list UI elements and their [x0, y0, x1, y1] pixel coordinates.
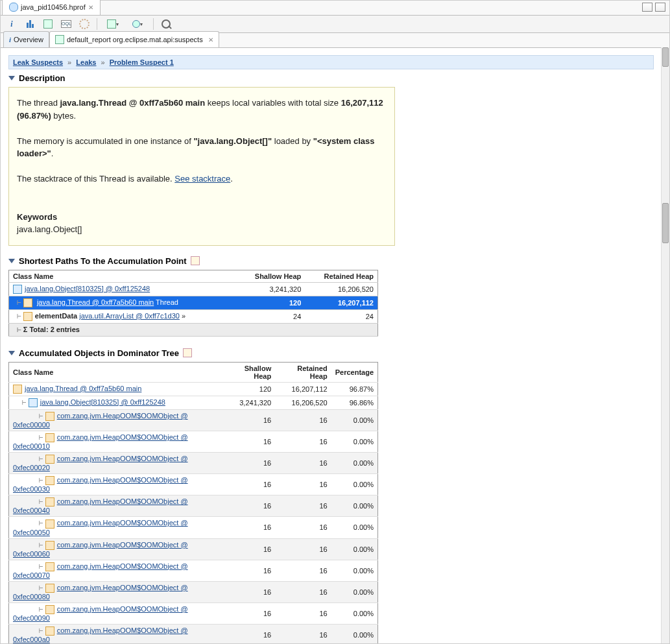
shallow-heap: 120 — [237, 296, 305, 309]
keywords-value: java.lang.Object[] — [17, 223, 387, 236]
shallow-heap: 16 — [222, 581, 275, 602]
twistie-icon — [8, 259, 15, 263]
shallow-heap: 16 — [222, 474, 275, 495]
table-row[interactable]: ⊢ com.zang.jvm.HeapOOM$OOMObject @ 0xfec… — [9, 538, 378, 560]
object-icon — [45, 497, 54, 507]
percentage: 0.00% — [331, 624, 378, 643]
col-shallow[interactable]: Shallow Heap — [237, 270, 305, 282]
total-row: ⊢ Σ Total: 2 entries — [9, 323, 378, 336]
table-row[interactable]: ⊢ com.zang.jvm.HeapOOM$OOMObject @ 0xfec… — [9, 517, 378, 538]
bar-chart-icon[interactable] — [24, 18, 36, 30]
section-title: Description — [19, 73, 66, 83]
section-title: Shortest Paths To the Accumulation Point — [19, 256, 187, 266]
dominator-tree-table: Class Name Shallow Heap Retained Heap Pe… — [8, 362, 378, 643]
col-retained[interactable]: Retained Heap — [305, 270, 377, 282]
editor-tab[interactable]: java_pid10456.hprof ✕ — [2, 0, 101, 15]
table-row[interactable]: ⊢ com.zang.jvm.HeapOOM$OOMObject @ 0xfec… — [9, 495, 378, 517]
vertical-scrollbar[interactable] — [661, 47, 669, 643]
bc-sep: » — [67, 58, 71, 66]
retained-heap: 16,206,520 — [275, 396, 331, 409]
table-row[interactable]: ⊢ com.zang.jvm.HeapOOM$OOMObject @ 0xfec… — [9, 624, 378, 643]
object-icon — [45, 476, 54, 485]
tab-overview[interactable]: i Overview — [3, 31, 49, 47]
tab-report[interactable]: default_report org.eclipse.mat.api:suspe… — [49, 31, 219, 47]
text: keeps local variables with total size — [205, 98, 341, 108]
col-shallow[interactable]: Shallow Heap — [222, 362, 275, 382]
gear-icon[interactable] — [78, 18, 90, 30]
breadcrumb: Leak Suspects » Leaks » Problem Suspect … — [8, 55, 654, 69]
col-retained[interactable]: Retained Heap — [275, 362, 331, 382]
class-link[interactable]: java.util.ArrayList @ 0xff7c1d30 — [79, 312, 180, 320]
retained-heap: 16 — [275, 517, 331, 538]
info-icon[interactable]: i — [6, 18, 18, 30]
shortest-paths-table: Class Name Shallow Heap Retained Heap ja… — [8, 270, 378, 337]
percentage: 0.00% — [331, 431, 378, 453]
search-icon[interactable] — [160, 18, 172, 30]
scrollbar-thumb[interactable] — [662, 203, 669, 243]
class-link[interactable]: java.lang.Object[810325] @ 0xff125248 — [40, 398, 165, 406]
bc-leak-suspects[interactable]: Leak Suspects — [13, 58, 63, 66]
table-row[interactable]: ⊢ com.zang.jvm.HeapOOM$OOMObject @ 0xfec… — [9, 602, 378, 624]
class-link[interactable]: java.lang.Object[810325] @ 0xff125248 — [25, 285, 150, 292]
table-header-row: Class Name Shallow Heap Retained Heap Pe… — [9, 362, 378, 382]
shallow-heap: 16 — [222, 453, 275, 474]
query-icon[interactable]: OQL — [60, 18, 72, 30]
table-row[interactable]: ⊢ com.zang.jvm.HeapOOM$OOMObject @ 0xfec… — [9, 581, 378, 602]
object-icon — [45, 605, 54, 614]
db-icon[interactable]: ▾ — [128, 18, 147, 30]
class-link[interactable]: java.lang.Thread @ 0xff7a5b60 main — [37, 298, 154, 306]
open-icon[interactable] — [191, 256, 200, 265]
table-row[interactable]: ⊢ com.zang.jvm.HeapOOM$OOMObject @ 0xfec… — [9, 431, 378, 453]
report-icon — [55, 35, 64, 44]
open-icon[interactable] — [183, 348, 192, 357]
retained-heap: 16 — [275, 602, 331, 624]
shallow-heap: 120 — [222, 382, 275, 396]
section-description[interactable]: Description — [8, 73, 654, 83]
close-icon[interactable]: ✕ — [88, 4, 93, 11]
object-icon — [45, 584, 54, 593]
object-icon — [45, 519, 54, 529]
class-link[interactable]: java.lang.Thread @ 0xff7a5b60 main — [25, 385, 141, 392]
retained-heap: 24 — [305, 309, 377, 323]
table-row[interactable]: ⊢ com.zang.jvm.HeapOOM$OOMObject @ 0xfec… — [9, 409, 378, 431]
col-class-name[interactable]: Class Name — [9, 362, 222, 382]
minimize-icon[interactable] — [642, 3, 652, 12]
table-row[interactable]: ⊢ java.lang.Object[810325] @ 0xff1252483… — [9, 396, 378, 409]
keywords-label: Keywords — [17, 212, 57, 222]
class-icon — [13, 285, 22, 294]
twistie-icon — [8, 76, 15, 80]
bc-sep: » — [101, 58, 105, 66]
section-dominator-tree[interactable]: Accumulated Objects in Dominator Tree — [8, 348, 654, 358]
col-percentage[interactable]: Percentage — [331, 362, 378, 382]
tab-label: Overview — [14, 36, 43, 43]
table-row[interactable]: ⊢ java.lang.Thread @ 0xff7a5b60 main Thr… — [9, 296, 378, 309]
report-icon[interactable]: ▾ — [104, 18, 122, 30]
table-row[interactable]: ⊢ com.zang.jvm.HeapOOM$OOMObject @ 0xfec… — [9, 474, 378, 495]
percentage: 0.00% — [331, 474, 378, 495]
shallow-heap: 16 — [222, 409, 275, 431]
see-stacktrace-link[interactable]: See stacktrace — [174, 174, 230, 184]
table-row[interactable]: ⊢ com.zang.jvm.HeapOOM$OOMObject @ 0xfec… — [9, 453, 378, 474]
scrollbar-thumb[interactable] — [662, 47, 669, 67]
maximize-icon[interactable] — [655, 3, 665, 12]
table-row[interactable]: java.lang.Object[810325] @ 0xff1252483,2… — [9, 282, 378, 296]
shallow-heap: 16 — [222, 495, 275, 517]
object-icon — [45, 455, 54, 464]
bc-problem-suspect[interactable]: Problem Suspect 1 — [110, 58, 174, 66]
class-icon — [29, 398, 38, 407]
object-icon — [45, 541, 54, 550]
shallow-heap: 16 — [222, 560, 275, 581]
table-row[interactable]: java.lang.Thread @ 0xff7a5b60 main12016,… — [9, 382, 378, 396]
table-row[interactable]: ⊢ com.zang.jvm.HeapOOM$OOMObject @ 0xfec… — [9, 560, 378, 581]
sub-tabbar: i Overview default_report org.eclipse.ma… — [1, 33, 669, 48]
text: The memory is accumulated in one instanc… — [17, 136, 193, 146]
bc-leaks[interactable]: Leaks — [76, 58, 96, 66]
close-icon[interactable]: ✕ — [208, 36, 213, 43]
col-class-name[interactable]: Class Name — [9, 270, 237, 282]
percentage: 0.00% — [331, 453, 378, 474]
section-shortest-paths[interactable]: Shortest Paths To the Accumulation Point — [8, 256, 654, 266]
retained-heap: 16 — [275, 409, 331, 431]
tree-icon[interactable] — [42, 18, 54, 30]
table-row[interactable]: ⊢ elementData java.util.ArrayList @ 0xff… — [9, 309, 378, 323]
object-icon — [45, 412, 54, 421]
